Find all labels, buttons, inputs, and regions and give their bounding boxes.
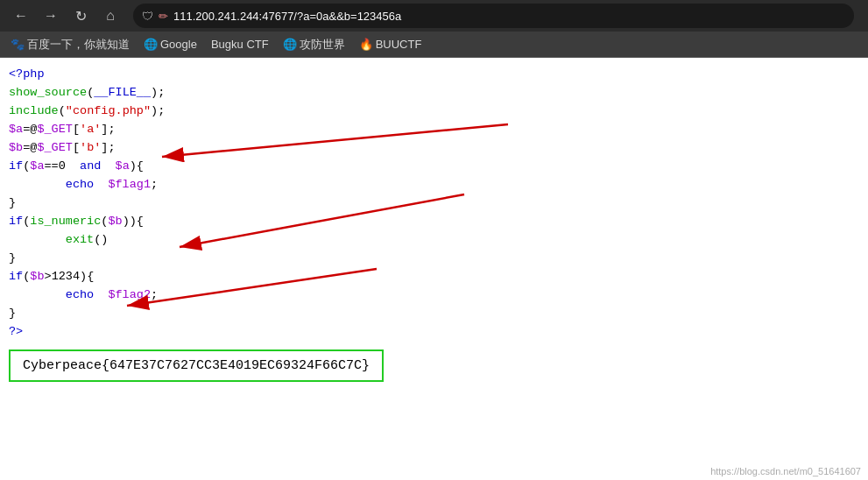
code-line-5: $b=@$_GET['b'];	[9, 138, 859, 157]
code-line-4: $a=@$_GET['a'];	[9, 120, 859, 138]
code-line-6: if($a==0 and $a){	[9, 157, 859, 175]
home-button[interactable]: ⌂	[98, 4, 123, 28]
code-line-2: show_source(__FILE__);	[9, 83, 859, 102]
back-button[interactable]: ←	[9, 4, 33, 28]
shield-icon: 🛡	[142, 10, 153, 23]
attackworld-icon: 🌐	[283, 38, 297, 51]
bookmark-attackworld-label: 攻防世界	[300, 37, 345, 53]
code-line-11: }	[9, 249, 859, 267]
bookmark-baidu[interactable]: 🐾 百度一下，你就知道	[5, 35, 135, 54]
refresh-button[interactable]: ↻	[68, 4, 93, 28]
bookmark-bugku-label: Bugku CTF	[211, 38, 269, 51]
bookmarks-bar: 🐾 百度一下，你就知道 🌐 Google Bugku CTF 🌐 攻防世界 🔥 …	[0, 32, 868, 58]
code-line-13: echo $flag2;	[9, 286, 859, 304]
address-text: 111.200.241.244:47677/?a=0a&&b=123456a	[173, 10, 845, 23]
flag-output: Cyberpeace{647E37C7627CC3E4019EC69324F66…	[9, 349, 384, 382]
code-line-10: exit()	[9, 230, 859, 249]
code-line-1: <?php	[9, 65, 859, 83]
flag-text: Cyberpeace{647E37C7627CC3E4019EC69324F66…	[23, 358, 370, 373]
bookmark-buuctf[interactable]: 🔥 BUUCTF	[354, 36, 427, 53]
forward-button[interactable]: →	[39, 4, 63, 28]
google-icon: 🌐	[144, 38, 158, 51]
code-line-3: include("config.php");	[9, 102, 859, 120]
code-line-8: }	[9, 194, 859, 212]
baidu-icon: 🐾	[11, 38, 25, 51]
bookmark-buuctf-label: BUUCTF	[376, 38, 422, 51]
code-line-14: }	[9, 304, 859, 322]
bookmark-google-label: Google	[160, 38, 197, 51]
bookmark-baidu-label: 百度一下，你就知道	[27, 37, 130, 53]
buuctf-icon: 🔥	[359, 38, 373, 51]
watermark-text: https://blog.csdn.net/m0_51641607	[710, 466, 861, 476]
code-line-7: echo $flag1;	[9, 175, 859, 194]
bookmark-attackworld[interactable]: 🌐 攻防世界	[278, 35, 350, 54]
bookmark-google[interactable]: 🌐 Google	[138, 36, 202, 53]
edit-icon: ✏	[159, 10, 168, 23]
code-block: <?php show_source(__FILE__); include("co…	[9, 65, 859, 341]
code-line-12: if($b>1234){	[9, 267, 859, 286]
code-line-9: if(is_numeric($b)){	[9, 212, 859, 230]
address-bar[interactable]: 🛡 ✏ 111.200.241.244:47677/?a=0a&&b=12345…	[133, 4, 854, 28]
code-line-15: ?>	[9, 322, 859, 341]
bookmark-bugku[interactable]: Bugku CTF	[206, 36, 274, 53]
watermark: https://blog.csdn.net/m0_51641607	[710, 466, 861, 476]
page-content: <?php show_source(__FILE__); include("co…	[0, 58, 868, 480]
browser-titlebar: ← → ↻ ⌂ 🛡 ✏ 111.200.241.244:47677/?a=0a&…	[0, 0, 868, 32]
